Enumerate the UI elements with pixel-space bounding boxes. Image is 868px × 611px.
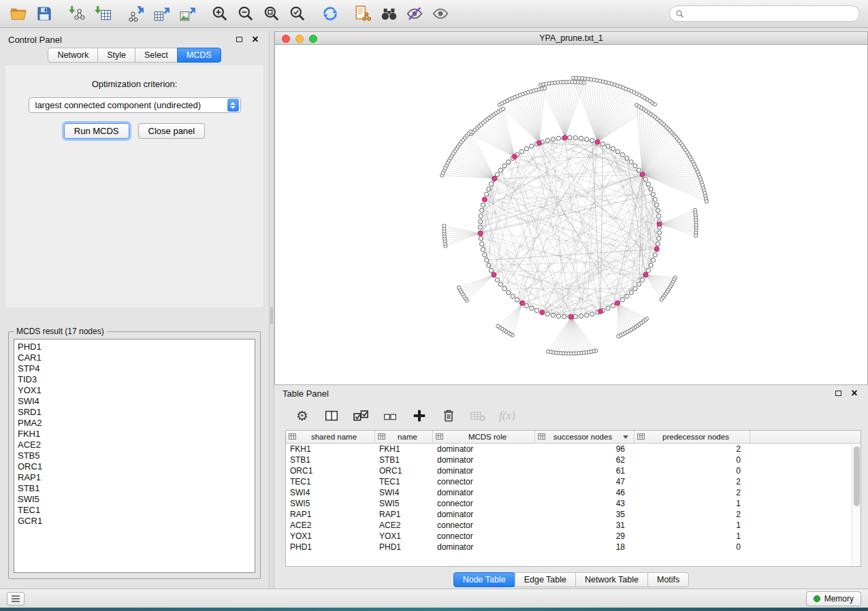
cell-name: ACE2 (375, 521, 433, 530)
list-item[interactable]: TEC1 (18, 505, 251, 516)
table-row[interactable]: ORC1ORC1dominator610 (286, 465, 852, 476)
open-session-button[interactable] (8, 3, 29, 24)
window-close-icon[interactable] (282, 35, 290, 43)
tab-network-table[interactable]: Network Table (575, 572, 648, 587)
cell-successors: 47 (535, 477, 634, 486)
tab-network[interactable]: Network (48, 48, 98, 63)
table-row[interactable]: SWI4SWI4dominator462 (286, 487, 852, 498)
table-row[interactable]: FKH1FKH1dominator962 (286, 444, 852, 455)
delete-table-button[interactable] (469, 407, 487, 425)
cell-successors: 96 (535, 444, 634, 454)
tab-style[interactable]: Style (97, 48, 135, 63)
list-item[interactable]: PMA2 (18, 418, 251, 429)
network-window-titlebar[interactable]: YPA_prune.txt_1 (275, 32, 867, 45)
scrollbar-thumb[interactable] (854, 446, 860, 506)
float-panel-button[interactable] (234, 34, 244, 45)
list-item[interactable]: GCR1 (18, 516, 251, 527)
window-minimize-icon[interactable] (295, 35, 304, 43)
zoom-out-icon (237, 5, 255, 22)
save-session-button[interactable] (34, 3, 54, 24)
show-columns-button[interactable] (323, 407, 340, 425)
import-table-button[interactable] (93, 3, 113, 24)
list-item[interactable]: SWI4 (18, 396, 251, 407)
control-panel: Control Panel × NetworkStyleSelectMCDS O… (0, 31, 269, 589)
eye-icon (432, 5, 449, 22)
table-row[interactable]: TEC1TEC1connector472 (286, 476, 852, 487)
column-header-successors[interactable]: successor nodes (535, 431, 634, 443)
tab-select[interactable]: Select (135, 48, 178, 63)
memory-button[interactable]: Memory (806, 591, 861, 606)
unselect-all-columns-button[interactable] (381, 407, 399, 425)
cell-successors: 31 (535, 521, 634, 530)
select-all-columns-button[interactable] (352, 407, 370, 425)
zoom-out-button[interactable] (236, 3, 256, 24)
float-table-panel-button[interactable] (833, 388, 843, 399)
search-input[interactable] (688, 9, 854, 18)
list-item[interactable]: STP4 (18, 363, 251, 374)
cell-shared_name: FKH1 (286, 444, 375, 454)
list-item[interactable]: SWI5 (18, 494, 251, 505)
delete-columns-button[interactable] (440, 407, 457, 425)
zoom-selected-icon (289, 5, 306, 22)
find-button[interactable] (379, 3, 399, 24)
window-maximize-icon[interactable] (309, 35, 317, 43)
criterion-select[interactable]: largest connected component (undirected) (29, 97, 241, 113)
cell-role: dominator (433, 488, 535, 497)
list-item[interactable]: STB1 (18, 483, 251, 494)
panel-splitter[interactable] (269, 31, 274, 589)
column-header-shared_name[interactable]: shared name (286, 431, 375, 443)
list-item[interactable]: ACE2 (18, 440, 251, 450)
list-item[interactable]: RAP1 (18, 472, 251, 483)
status-menu-button[interactable] (7, 592, 25, 606)
close-mcds-panel-button[interactable]: Close panel (138, 123, 206, 139)
zoom-fit-button[interactable] (261, 3, 282, 24)
show-all-button[interactable] (430, 3, 451, 24)
mcds-result-list[interactable]: PHD1CAR1STP4TID3YOX1SWI4SRD1PMA2FKH1ACE2… (14, 339, 255, 573)
table-row[interactable]: YOX1YOX1connector291 (286, 531, 852, 542)
export-network-button[interactable] (125, 3, 146, 24)
network-from-selection-button[interactable] (353, 3, 373, 24)
list-item[interactable]: TID3 (18, 374, 251, 385)
export-table-button[interactable] (151, 3, 172, 24)
list-item[interactable]: CAR1 (18, 352, 251, 363)
close-table-panel-button[interactable]: × (849, 388, 860, 399)
cell-role: dominator (433, 455, 535, 465)
list-item[interactable]: ORC1 (18, 461, 251, 472)
refresh-view-button[interactable] (320, 3, 340, 24)
search-field[interactable] (669, 5, 860, 22)
column-header-role[interactable]: MCDS role (433, 431, 535, 443)
column-header-predecessors[interactable]: predecessor nodes (634, 431, 750, 443)
table-row[interactable]: RAP1RAP1dominator352 (286, 509, 852, 520)
tab-mcds[interactable]: MCDS (177, 48, 221, 63)
splitter-grip[interactable] (270, 307, 273, 325)
list-item[interactable]: PHD1 (18, 342, 251, 352)
cell-role: dominator (433, 444, 535, 454)
column-header-name[interactable]: name (375, 431, 433, 443)
table-scrollbar[interactable] (852, 444, 861, 566)
zoom-in-button[interactable] (210, 3, 230, 24)
list-item[interactable]: STB5 (18, 450, 251, 461)
table-settings-button[interactable]: ⚙ (293, 407, 311, 425)
tab-motifs[interactable]: Motifs (647, 572, 689, 587)
table-row[interactable]: STB1STB1dominator620 (286, 455, 852, 465)
network-window: YPA_prune.txt_1 (274, 31, 868, 384)
close-panel-button[interactable]: × (250, 34, 261, 45)
list-item[interactable]: YOX1 (18, 385, 251, 396)
table-row[interactable]: PHD1PHD1dominator180 (286, 542, 852, 552)
network-window-title: YPA_prune.txt_1 (539, 33, 603, 43)
list-item[interactable]: FKH1 (18, 429, 251, 440)
hide-selected-button[interactable] (404, 3, 425, 24)
table-row[interactable]: SWI5SWI5connector431 (286, 498, 852, 509)
close-icon: × (851, 388, 857, 399)
export-image-button[interactable] (177, 3, 197, 24)
create-column-button[interactable] (411, 407, 428, 425)
list-item[interactable]: SRD1 (18, 407, 251, 418)
function-builder-button[interactable]: f(x) (498, 407, 516, 425)
table-row[interactable]: ACE2ACE2connector311 (286, 520, 852, 531)
import-network-button[interactable] (67, 3, 87, 24)
zoom-selected-button[interactable] (287, 3, 308, 24)
tab-node-table[interactable]: Node Table (453, 572, 515, 587)
tab-edge-table[interactable]: Edge Table (515, 572, 576, 587)
network-view[interactable] (275, 45, 867, 384)
run-mcds-button[interactable]: Run MCDS (64, 123, 129, 139)
